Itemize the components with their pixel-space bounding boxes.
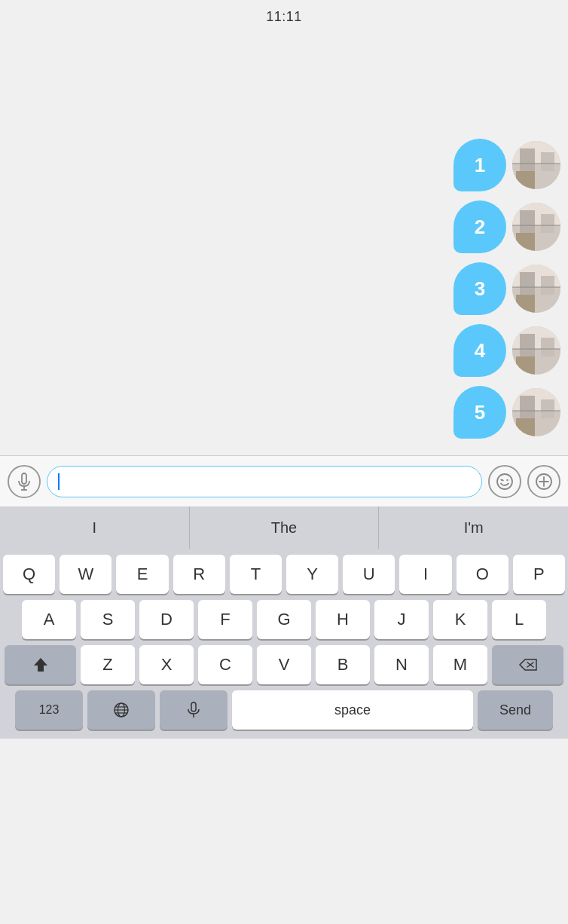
key-globe[interactable] — [87, 690, 155, 730]
svg-rect-28 — [516, 418, 535, 436]
key-n[interactable]: N — [374, 645, 429, 684]
key-r[interactable]: R — [173, 555, 225, 594]
svg-rect-26 — [520, 396, 535, 418]
svg-marker-40 — [34, 658, 47, 672]
message-bubble-3[interactable]: 3 — [453, 262, 506, 315]
svg-rect-8 — [520, 210, 535, 233]
svg-point-35 — [506, 479, 508, 480]
status-time: 11:11 — [266, 9, 302, 25]
key-f[interactable]: F — [198, 600, 252, 639]
shift-icon — [32, 656, 49, 673]
message-row: 5 — [0, 386, 568, 439]
key-w[interactable]: W — [60, 555, 111, 594]
key-shift[interactable] — [5, 645, 76, 684]
key-o[interactable]: O — [457, 555, 508, 594]
globe-icon — [113, 702, 130, 718]
text-input-field[interactable] — [47, 466, 482, 497]
key-v[interactable]: V — [257, 645, 311, 684]
avatar-3 — [512, 265, 560, 313]
key-c[interactable]: C — [198, 645, 252, 684]
svg-rect-20 — [520, 334, 535, 356]
emoji-icon — [496, 473, 514, 491]
key-mic[interactable] — [160, 690, 228, 730]
key-q[interactable]: Q — [3, 555, 55, 594]
mic-icon — [17, 473, 32, 491]
message-row: 3 — [0, 262, 568, 315]
keyboard-row-1: Q W E R T Y U I O P — [3, 555, 565, 594]
chat-area: 1 2 — [0, 33, 568, 455]
key-space[interactable]: space — [232, 690, 473, 730]
key-t[interactable]: T — [230, 555, 282, 594]
plus-button[interactable] — [527, 465, 560, 498]
svg-rect-4 — [516, 171, 535, 189]
key-numbers[interactable]: 123 — [15, 690, 83, 730]
svg-rect-30 — [22, 473, 26, 484]
svg-rect-3 — [541, 152, 554, 171]
svg-line-36 — [501, 479, 503, 480]
key-p[interactable]: P — [513, 555, 565, 594]
autocomplete-item-the[interactable]: The — [190, 506, 380, 549]
key-m[interactable]: M — [433, 645, 487, 684]
mic-button[interactable] — [8, 465, 41, 498]
keyboard: Q W E R T Y U I O P A S D F G H J K L Z … — [0, 549, 568, 739]
key-z[interactable]: Z — [81, 645, 135, 684]
key-h[interactable]: H — [316, 600, 370, 639]
plus-icon — [536, 473, 552, 490]
delete-icon — [518, 656, 538, 673]
status-bar: 11:11 — [0, 0, 568, 33]
key-d[interactable]: D — [139, 600, 194, 639]
key-j[interactable]: J — [374, 600, 429, 639]
autocomplete-item-im[interactable]: I'm — [379, 506, 568, 549]
svg-rect-16 — [516, 295, 535, 313]
key-y[interactable]: Y — [286, 555, 338, 594]
key-a[interactable]: A — [22, 600, 76, 639]
svg-rect-22 — [516, 356, 535, 375]
message-row: 1 — [0, 139, 568, 191]
message-bubble-4[interactable]: 4 — [453, 324, 506, 377]
key-b[interactable]: B — [316, 645, 370, 684]
avatar-5 — [512, 388, 560, 436]
autocomplete-bar: I The I'm — [0, 506, 568, 549]
svg-rect-10 — [516, 233, 535, 251]
avatar-1 — [512, 141, 560, 189]
message-row: 2 — [0, 200, 568, 253]
message-bubble-1[interactable]: 1 — [453, 139, 506, 191]
keyboard-mic-icon — [187, 702, 200, 718]
svg-rect-21 — [541, 338, 554, 356]
key-k[interactable]: K — [433, 600, 487, 639]
keyboard-row-2: A S D F G H J K L — [3, 600, 565, 639]
avatar-2 — [512, 203, 560, 251]
keyboard-row-4: 123 space Send — [3, 690, 565, 730]
key-l[interactable]: L — [492, 600, 546, 639]
keyboard-row-3: Z X C V B N M — [3, 645, 565, 684]
key-s[interactable]: S — [81, 600, 135, 639]
message-bubble-5[interactable]: 5 — [453, 386, 506, 439]
svg-rect-27 — [541, 399, 554, 418]
input-bar — [0, 455, 568, 506]
key-i[interactable]: I — [399, 555, 451, 594]
text-cursor — [58, 473, 60, 490]
key-u[interactable]: U — [343, 555, 395, 594]
message-row: 4 — [0, 324, 568, 377]
avatar-4 — [512, 326, 560, 375]
svg-rect-15 — [541, 276, 554, 295]
messages-container: 1 2 — [0, 131, 568, 455]
svg-rect-48 — [191, 702, 196, 711]
emoji-button[interactable] — [488, 465, 521, 498]
svg-rect-14 — [520, 272, 535, 295]
key-g[interactable]: G — [257, 600, 311, 639]
svg-rect-2 — [520, 148, 535, 171]
svg-point-33 — [497, 474, 512, 489]
key-send[interactable]: Send — [478, 690, 553, 730]
message-bubble-2[interactable]: 2 — [453, 200, 506, 253]
key-delete[interactable] — [492, 645, 563, 684]
svg-rect-9 — [541, 214, 554, 233]
key-e[interactable]: E — [116, 555, 168, 594]
key-x[interactable]: X — [139, 645, 194, 684]
autocomplete-item-i[interactable]: I — [0, 506, 190, 549]
